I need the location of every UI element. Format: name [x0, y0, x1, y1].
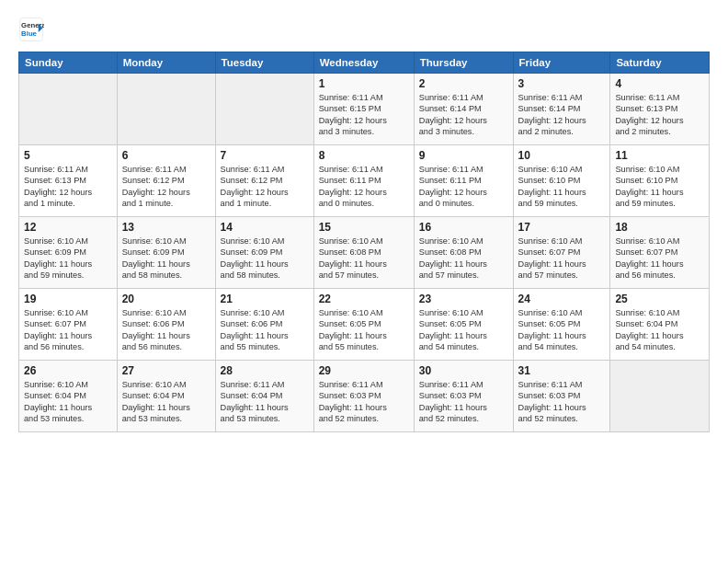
day-info: Sunrise: 6:10 AM Sunset: 6:05 PM Dayligh… [319, 307, 409, 353]
day-number: 14 [221, 221, 309, 234]
day-number: 11 [615, 149, 704, 162]
day-info: Sunrise: 6:10 AM Sunset: 6:07 PM Dayligh… [615, 236, 704, 282]
calendar-cell: 6Sunrise: 6:11 AM Sunset: 6:12 PM Daylig… [117, 145, 215, 217]
day-number: 16 [419, 221, 508, 234]
day-number: 21 [221, 293, 309, 305]
logo: General Blue [18, 17, 48, 42]
weekday-header-tuesday: Tuesday [215, 52, 313, 74]
day-info: Sunrise: 6:10 AM Sunset: 6:10 PM Dayligh… [615, 164, 704, 210]
day-number: 9 [419, 149, 508, 162]
day-info: Sunrise: 6:11 AM Sunset: 6:03 PM Dayligh… [518, 379, 606, 425]
calendar-cell: 5Sunrise: 6:11 AM Sunset: 6:13 PM Daylig… [19, 145, 118, 217]
day-number: 18 [615, 221, 704, 234]
calendar-cell: 11Sunrise: 6:10 AM Sunset: 6:10 PM Dayli… [610, 145, 710, 217]
day-number: 12 [24, 221, 112, 234]
day-info: Sunrise: 6:11 AM Sunset: 6:12 PM Dayligh… [122, 164, 210, 210]
day-info: Sunrise: 6:10 AM Sunset: 6:06 PM Dayligh… [221, 307, 309, 353]
week-row-4: 19Sunrise: 6:10 AM Sunset: 6:07 PM Dayli… [19, 289, 710, 361]
day-info: Sunrise: 6:10 AM Sunset: 6:05 PM Dayligh… [419, 307, 508, 353]
calendar-cell [19, 74, 118, 145]
weekday-header-thursday: Thursday [414, 52, 513, 74]
day-info: Sunrise: 6:10 AM Sunset: 6:06 PM Dayligh… [122, 307, 210, 353]
day-info: Sunrise: 6:11 AM Sunset: 6:13 PM Dayligh… [24, 164, 112, 210]
day-info: Sunrise: 6:11 AM Sunset: 6:12 PM Dayligh… [221, 164, 309, 210]
day-number: 7 [221, 149, 309, 162]
calendar-cell: 25Sunrise: 6:10 AM Sunset: 6:04 PM Dayli… [610, 289, 710, 361]
day-info: Sunrise: 6:10 AM Sunset: 6:07 PM Dayligh… [518, 236, 606, 282]
day-number: 2 [419, 77, 508, 90]
day-number: 30 [419, 364, 508, 377]
calendar-cell [215, 74, 313, 145]
calendar-cell [610, 361, 710, 432]
day-number: 3 [518, 77, 606, 90]
calendar-cell: 23Sunrise: 6:10 AM Sunset: 6:05 PM Dayli… [414, 289, 513, 361]
day-number: 17 [518, 221, 606, 234]
day-info: Sunrise: 6:11 AM Sunset: 6:11 PM Dayligh… [419, 164, 508, 210]
day-number: 22 [319, 293, 409, 305]
calendar-cell: 27Sunrise: 6:10 AM Sunset: 6:04 PM Dayli… [117, 361, 215, 432]
day-info: Sunrise: 6:10 AM Sunset: 6:09 PM Dayligh… [122, 236, 210, 282]
day-info: Sunrise: 6:10 AM Sunset: 6:10 PM Dayligh… [518, 164, 606, 210]
calendar-cell: 3Sunrise: 6:11 AM Sunset: 6:14 PM Daylig… [513, 74, 610, 145]
day-number: 27 [122, 364, 210, 377]
week-row-5: 26Sunrise: 6:10 AM Sunset: 6:04 PM Dayli… [19, 361, 710, 432]
weekday-header-saturday: Saturday [610, 52, 710, 74]
calendar-cell: 1Sunrise: 6:11 AM Sunset: 6:15 PM Daylig… [313, 74, 414, 145]
calendar-cell: 15Sunrise: 6:10 AM Sunset: 6:08 PM Dayli… [313, 217, 414, 289]
day-number: 24 [518, 293, 606, 305]
calendar-cell: 17Sunrise: 6:10 AM Sunset: 6:07 PM Dayli… [513, 217, 610, 289]
calendar-cell: 4Sunrise: 6:11 AM Sunset: 6:13 PM Daylig… [610, 74, 710, 145]
weekday-header-sunday: Sunday [19, 52, 118, 74]
day-info: Sunrise: 6:11 AM Sunset: 6:03 PM Dayligh… [419, 379, 508, 425]
calendar-cell: 18Sunrise: 6:10 AM Sunset: 6:07 PM Dayli… [610, 217, 710, 289]
day-info: Sunrise: 6:10 AM Sunset: 6:08 PM Dayligh… [319, 236, 409, 282]
day-info: Sunrise: 6:11 AM Sunset: 6:04 PM Dayligh… [221, 379, 309, 425]
calendar-cell: 2Sunrise: 6:11 AM Sunset: 6:14 PM Daylig… [414, 74, 513, 145]
day-info: Sunrise: 6:11 AM Sunset: 6:14 PM Dayligh… [518, 92, 606, 138]
day-number: 26 [24, 364, 112, 377]
day-number: 13 [122, 221, 210, 234]
day-number: 28 [221, 364, 309, 377]
day-number: 8 [319, 149, 409, 162]
header: General Blue [18, 17, 710, 42]
calendar: SundayMondayTuesdayWednesdayThursdayFrid… [18, 52, 710, 432]
day-number: 19 [24, 293, 112, 305]
calendar-cell: 14Sunrise: 6:10 AM Sunset: 6:09 PM Dayli… [215, 217, 313, 289]
day-number: 6 [122, 149, 210, 162]
day-number: 15 [319, 221, 409, 234]
day-info: Sunrise: 6:11 AM Sunset: 6:13 PM Dayligh… [615, 92, 704, 138]
day-number: 1 [319, 77, 409, 90]
calendar-cell: 31Sunrise: 6:11 AM Sunset: 6:03 PM Dayli… [513, 361, 610, 432]
day-number: 4 [615, 77, 704, 90]
week-row-3: 12Sunrise: 6:10 AM Sunset: 6:09 PM Dayli… [19, 217, 710, 289]
calendar-cell: 16Sunrise: 6:10 AM Sunset: 6:08 PM Dayli… [414, 217, 513, 289]
day-number: 23 [419, 293, 508, 305]
day-number: 31 [518, 364, 606, 377]
logo-icon: General Blue [18, 17, 44, 42]
day-info: Sunrise: 6:11 AM Sunset: 6:03 PM Dayligh… [319, 379, 409, 425]
day-info: Sunrise: 6:11 AM Sunset: 6:14 PM Dayligh… [419, 92, 508, 138]
weekday-header-wednesday: Wednesday [313, 52, 414, 74]
calendar-cell: 9Sunrise: 6:11 AM Sunset: 6:11 PM Daylig… [414, 145, 513, 217]
day-info: Sunrise: 6:10 AM Sunset: 6:09 PM Dayligh… [221, 236, 309, 282]
day-number: 10 [518, 149, 606, 162]
calendar-cell: 30Sunrise: 6:11 AM Sunset: 6:03 PM Dayli… [414, 361, 513, 432]
day-info: Sunrise: 6:10 AM Sunset: 6:04 PM Dayligh… [615, 307, 704, 353]
day-number: 25 [615, 293, 704, 305]
calendar-cell: 12Sunrise: 6:10 AM Sunset: 6:09 PM Dayli… [19, 217, 118, 289]
svg-text:Blue: Blue [21, 29, 38, 38]
calendar-cell: 19Sunrise: 6:10 AM Sunset: 6:07 PM Dayli… [19, 289, 118, 361]
week-row-1: 1Sunrise: 6:11 AM Sunset: 6:15 PM Daylig… [19, 74, 710, 145]
day-info: Sunrise: 6:10 AM Sunset: 6:04 PM Dayligh… [122, 379, 210, 425]
week-row-2: 5Sunrise: 6:11 AM Sunset: 6:13 PM Daylig… [19, 145, 710, 217]
calendar-cell: 7Sunrise: 6:11 AM Sunset: 6:12 PM Daylig… [215, 145, 313, 217]
day-info: Sunrise: 6:10 AM Sunset: 6:07 PM Dayligh… [24, 307, 112, 353]
day-info: Sunrise: 6:11 AM Sunset: 6:11 PM Dayligh… [319, 164, 409, 210]
calendar-cell: 28Sunrise: 6:11 AM Sunset: 6:04 PM Dayli… [215, 361, 313, 432]
calendar-cell: 10Sunrise: 6:10 AM Sunset: 6:10 PM Dayli… [513, 145, 610, 217]
day-info: Sunrise: 6:10 AM Sunset: 6:04 PM Dayligh… [24, 379, 112, 425]
weekday-header-friday: Friday [513, 52, 610, 74]
day-info: Sunrise: 6:10 AM Sunset: 6:05 PM Dayligh… [518, 307, 606, 353]
day-number: 20 [122, 293, 210, 305]
day-info: Sunrise: 6:10 AM Sunset: 6:08 PM Dayligh… [419, 236, 508, 282]
